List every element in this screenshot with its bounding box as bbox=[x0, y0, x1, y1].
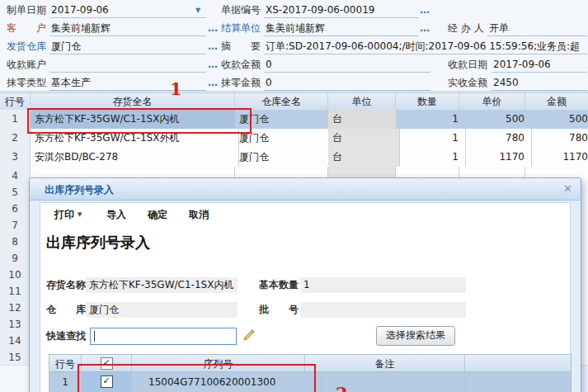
import-button[interactable]: 导入 bbox=[106, 206, 126, 223]
settle-unit-label: 结算单位 bbox=[221, 22, 261, 35]
row-no-cell: 6 bbox=[0, 200, 31, 216]
actual-amount-label: 实收金额 bbox=[448, 77, 487, 89]
agent-field[interactable]: 开单 bbox=[487, 21, 587, 36]
serial-col-extra bbox=[465, 355, 572, 371]
doc-no-field[interactable]: XS-2017-09-06-00019 bbox=[264, 2, 419, 18]
round-type-browse-icon[interactable]: … bbox=[208, 78, 219, 90]
base-qty-label: 基本数量 bbox=[259, 277, 299, 293]
serial-table-header: 行号 ✓ 序列号 备注 bbox=[49, 354, 572, 372]
divider bbox=[0, 91, 588, 92]
text-caret bbox=[94, 331, 95, 342]
ship-warehouse-label: 发货仓库 bbox=[7, 40, 46, 53]
warehouse-cell[interactable]: 厦门仓 bbox=[235, 129, 332, 148]
warehouse-value: 厦门仓 bbox=[86, 302, 238, 318]
serial-number-cell[interactable]: 15004G77100620001300 bbox=[132, 372, 322, 392]
actual-amount-field[interactable]: 2450 bbox=[492, 75, 587, 91]
serial-col-row-no: 行号 bbox=[49, 355, 82, 371]
doc-no-browse-icon[interactable]: … bbox=[420, 5, 430, 17]
unit-cell[interactable]: 台 bbox=[328, 110, 400, 129]
col-header-row-no: 行号 bbox=[0, 93, 31, 111]
table-row[interactable]: 2 东方松下KF-35GW/C1-1SX外机 厦门仓 台 1 780 780 bbox=[0, 129, 588, 149]
recv-account-browse-icon[interactable]: … bbox=[208, 59, 219, 72]
dropdown-icon[interactable]: ▼ bbox=[195, 7, 200, 14]
table-row-selected[interactable]: 1 东方松下KF-35GW/C1-1SX内机 厦门仓 台 1 500 500 bbox=[0, 110, 588, 130]
row-checkbox[interactable]: ✓ bbox=[82, 372, 132, 392]
row-no-cell: 12 bbox=[0, 299, 31, 315]
customer-field[interactable]: 集美前埔新辉 bbox=[49, 21, 206, 36]
summary-label: 摘 要 bbox=[221, 40, 261, 53]
batch-label: 批 号 bbox=[259, 302, 299, 318]
row-no-cell: 9 bbox=[0, 249, 31, 266]
item-name-label: 存货名称 bbox=[46, 277, 86, 293]
serial-col-serial: 序列号 bbox=[132, 355, 305, 371]
round-type-label: 抹零类型 bbox=[7, 77, 46, 89]
row-no-cell: 8 bbox=[0, 233, 31, 249]
select-all-checkbox[interactable]: ✓ bbox=[82, 355, 132, 371]
col-header-item-name: 存货全名 bbox=[31, 93, 235, 111]
col-header-warehouse: 仓库全名 bbox=[235, 93, 328, 111]
serial-row-no-cell: 1 bbox=[49, 372, 82, 392]
item-name-cell[interactable]: 东方松下KF-35GW/C1-1SX外机 bbox=[31, 129, 239, 148]
dialog-title-bar[interactable]: 出库序列号录入 ✕ bbox=[30, 178, 581, 201]
row-no-cell: 10 bbox=[0, 266, 31, 282]
customer-browse-icon[interactable]: … bbox=[208, 23, 219, 35]
print-menu-button[interactable]: 打印▼ bbox=[54, 206, 82, 223]
main-table-header: 行号 存货全名 仓库全名 单位 数量 单价 金额 bbox=[0, 92, 588, 111]
recv-account-label: 收款账户 bbox=[7, 59, 46, 71]
row-no-cell: 4 bbox=[0, 167, 31, 183]
unit-cell[interactable]: 台 bbox=[328, 148, 400, 167]
recv-date-label: 收款日期 bbox=[448, 59, 487, 71]
serial-table-row-selected[interactable]: 1 ✓ 15004G77100620001300 bbox=[49, 372, 572, 392]
recv-date-field[interactable]: 2017-09-06 bbox=[492, 57, 587, 73]
price-cell[interactable]: 780 bbox=[459, 129, 532, 148]
doc-date-field[interactable]: 2017-09-06 bbox=[49, 2, 206, 18]
qty-cell[interactable]: 1 bbox=[396, 110, 466, 129]
ship-warehouse-field[interactable]: 厦门仓 bbox=[49, 39, 206, 54]
recv-amount-label: 收款金额 bbox=[221, 59, 261, 71]
warehouse-label: 仓 库 bbox=[46, 302, 86, 318]
amount-cell[interactable]: 1170 bbox=[525, 148, 588, 167]
eraser-icon[interactable] bbox=[242, 328, 256, 342]
select-search-results-button[interactable]: 选择搜索结果 bbox=[376, 326, 455, 346]
price-cell[interactable]: 500 bbox=[459, 110, 532, 129]
remark-cell[interactable] bbox=[305, 372, 465, 392]
round-amount-label: 抹零金额 bbox=[221, 77, 261, 89]
price-cell[interactable]: 1170 bbox=[459, 148, 532, 167]
settle-unit-field[interactable]: 集美前埔新辉 bbox=[264, 21, 419, 36]
row-no-cell: 3 bbox=[0, 148, 31, 167]
row-no-cell: 5 bbox=[0, 183, 31, 200]
menu-caret-icon: ▼ bbox=[78, 211, 82, 218]
item-name-cell[interactable]: 安淇尔BD/BC-278 bbox=[31, 148, 239, 167]
row-no-cell: 2 bbox=[0, 129, 31, 148]
customer-label: 客 户 bbox=[7, 22, 46, 35]
round-amount-field[interactable]: 0 bbox=[264, 75, 430, 91]
table-row[interactable]: 3 安淇尔BD/BC-278 厦门仓 台 1 1170 1170 bbox=[0, 148, 588, 168]
cancel-button[interactable]: 取消 bbox=[189, 206, 209, 223]
recv-account-field[interactable] bbox=[49, 57, 206, 73]
dialog-title: 出库序列号录入 bbox=[45, 183, 114, 197]
row-no-cell: 11 bbox=[0, 282, 31, 299]
amount-cell[interactable]: 780 bbox=[525, 129, 588, 148]
quick-find-label: 快速查找 bbox=[46, 328, 86, 344]
close-icon[interactable]: ✕ bbox=[563, 182, 572, 195]
dialog-heading: 出库序列号录入 bbox=[46, 233, 150, 253]
amount-cell[interactable]: 500 bbox=[525, 110, 588, 129]
app-window: 制单日期 2017-09-06 ▼ 单据编号 XS-2017-09-06-000… bbox=[0, 0, 588, 392]
settle-unit-browse-icon[interactable]: … bbox=[420, 23, 430, 35]
agent-label: 经 办 人 bbox=[448, 22, 484, 35]
recv-amount-field[interactable]: 0 bbox=[264, 57, 430, 73]
item-name-cell[interactable]: 东方松下KF-35GW/C1-1SX内机 bbox=[31, 110, 239, 129]
summary-field[interactable]: 订单:SD-2017-09-06-00004;/时间:2017-09-06 15… bbox=[264, 39, 587, 54]
qty-cell[interactable]: 1 bbox=[396, 148, 466, 167]
ok-button[interactable]: 确定 bbox=[148, 206, 167, 223]
base-qty-value: 1 bbox=[300, 277, 466, 293]
warehouse-cell[interactable]: 厦门仓 bbox=[235, 110, 332, 129]
round-type-field[interactable]: 基本生产 bbox=[49, 75, 206, 91]
unit-cell[interactable]: 台 bbox=[328, 129, 400, 148]
serial-entry-dialog: 出库序列号录入 ✕ 打印▼ 导入 确定 取消 出库序列号录入 存货名称 东方松下… bbox=[29, 177, 581, 392]
ship-warehouse-browse-icon[interactable]: … bbox=[208, 41, 219, 54]
warehouse-cell[interactable]: 厦门仓 bbox=[235, 148, 332, 167]
quick-find-input[interactable] bbox=[90, 328, 237, 345]
row-no-cell: 15 bbox=[0, 348, 31, 365]
qty-cell[interactable]: 1 bbox=[396, 129, 466, 148]
